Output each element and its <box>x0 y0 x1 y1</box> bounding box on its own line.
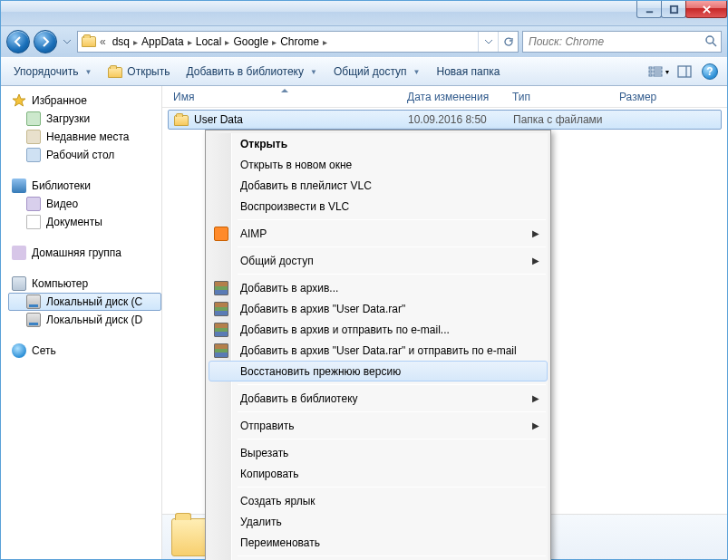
context-menu-item-label: Добавить в плейлист VLC <box>240 179 372 192</box>
chevron-down-icon: ▼ <box>310 68 317 76</box>
maximize-button[interactable] <box>661 1 686 18</box>
folder-icon <box>174 115 189 126</box>
forward-button[interactable] <box>34 30 57 53</box>
help-icon: ? <box>702 63 718 80</box>
sidebar-item-desktop[interactable]: Рабочий стол <box>8 146 161 164</box>
file-row[interactable]: User Data 10.09.2016 8:50 Папка с файлам… <box>168 110 722 130</box>
chevron-right-icon[interactable]: ▸ <box>224 37 230 47</box>
chevron-right-icon[interactable]: ▸ <box>132 37 139 47</box>
context-menu-separator <box>238 411 546 412</box>
context-menu-item[interactable]: Добавить в библиотеку▶ <box>209 388 548 409</box>
network-icon <box>12 343 26 358</box>
breadcrumb-overflow[interactable]: « <box>98 35 110 48</box>
context-menu-item[interactable]: Копировать <box>209 463 548 484</box>
sidebar-group-homegroup[interactable]: Домашняя группа <box>8 244 161 262</box>
submenu-arrow-icon: ▶ <box>532 228 539 238</box>
context-menu-item-label: Отправить <box>240 420 295 432</box>
context-menu-item[interactable]: Добавить в архив "User Data.rar" <box>209 298 548 319</box>
sidebar-item-disk-c[interactable]: Локальный диск (C <box>8 293 161 311</box>
context-menu-item-label: AIMP <box>240 227 267 240</box>
sidebar-group-libraries[interactable]: Библиотеки <box>8 177 161 195</box>
sidebar-item-videos[interactable]: Видео <box>8 195 161 213</box>
submenu-arrow-icon: ▶ <box>532 420 539 430</box>
context-menu-item[interactable]: AIMP▶ <box>209 223 548 244</box>
libraries-group: Библиотеки Видео Документы <box>8 177 161 231</box>
context-menu-item[interactable]: Удалить <box>209 511 548 532</box>
history-dropdown-icon[interactable] <box>61 33 73 51</box>
network-group: Сеть <box>8 342 161 360</box>
computer-group: Компьютер Локальный диск (C Локальный ди… <box>8 275 161 329</box>
rar-icon <box>214 302 228 316</box>
add-to-library-button[interactable]: Добавить в библиотеку▼ <box>179 62 324 82</box>
disk-icon <box>26 294 41 309</box>
submenu-arrow-icon: ▶ <box>532 256 539 266</box>
help-button[interactable]: ? <box>698 61 722 82</box>
context-menu-item[interactable]: Добавить в архив... <box>209 277 548 298</box>
new-folder-button[interactable]: Новая папка <box>429 62 507 82</box>
view-options-button[interactable]: ▼ <box>647 61 671 82</box>
context-menu-item[interactable]: Добавить в архив "User Data.rar" и отпра… <box>209 340 548 361</box>
refresh-button[interactable] <box>498 32 518 52</box>
context-menu-separator <box>238 219 546 220</box>
context-menu-separator <box>238 439 546 439</box>
organize-button[interactable]: Упорядочить▼ <box>6 62 99 82</box>
close-button[interactable] <box>685 1 727 18</box>
search-box[interactable] <box>522 31 722 53</box>
sidebar-group-label: Компьютер <box>32 277 88 290</box>
context-menu-item[interactable]: Восстановить прежнюю версию <box>209 361 548 381</box>
context-menu-item[interactable]: Добавить в архив и отправить по e-mail..… <box>209 319 548 340</box>
context-menu-item-label: Восстановить прежнюю версию <box>240 365 401 378</box>
column-name[interactable]: Имя <box>168 86 402 107</box>
sidebar-item-recent[interactable]: Недавние места <box>8 128 161 146</box>
svg-rect-12 <box>678 66 691 77</box>
context-menu-item[interactable]: Открыть <box>209 133 548 154</box>
context-menu-item[interactable]: Добавить в плейлист VLC <box>209 175 548 196</box>
breadcrumb[interactable]: AppData <box>139 32 187 52</box>
svg-line-5 <box>713 43 716 46</box>
chevron-down-icon: ▼ <box>665 69 671 75</box>
folder-large-icon <box>171 518 209 556</box>
path-dropdown-icon[interactable] <box>478 32 498 52</box>
context-menu-item[interactable]: Открыть в новом окне <box>209 154 548 175</box>
context-menu-item[interactable]: Создать ярлык <box>209 490 548 511</box>
chevron-right-icon[interactable]: ▸ <box>187 37 193 47</box>
sidebar-item-downloads[interactable]: Загрузки <box>8 110 161 128</box>
search-input[interactable] <box>527 34 704 49</box>
breadcrumb[interactable]: Local <box>193 32 225 52</box>
context-menu-item[interactable]: Переименовать <box>209 532 548 553</box>
breadcrumb[interactable]: Chrome <box>277 32 322 52</box>
navbar: « dsq▸ AppData▸ Local▸ Google▸ Chrome▸ <box>1 26 727 57</box>
navigation-pane: Избранное Загрузки Недавние места Рабочи… <box>1 86 162 559</box>
breadcrumb[interactable]: Google <box>230 32 271 52</box>
context-menu-separator <box>238 246 546 247</box>
column-type[interactable]: Тип <box>507 86 614 107</box>
desktop-icon <box>26 148 41 162</box>
context-menu-item-label: Добавить в архив... <box>240 282 338 294</box>
address-bar[interactable]: « dsq▸ AppData▸ Local▸ Google▸ Chrome▸ <box>77 31 519 53</box>
sidebar-group-computer[interactable]: Компьютер <box>8 275 161 293</box>
breadcrumb[interactable]: dsq <box>110 32 132 52</box>
preview-pane-button[interactable] <box>673 61 696 82</box>
chevron-right-icon[interactable]: ▸ <box>322 37 328 47</box>
sidebar-group-network[interactable]: Сеть <box>8 342 161 360</box>
context-menu-item[interactable]: Воспроизвести в VLC <box>209 196 548 217</box>
open-button[interactable]: Открыть <box>101 62 177 82</box>
chevron-down-icon: ▼ <box>84 68 92 76</box>
context-menu-item[interactable]: Отправить▶ <box>209 415 548 436</box>
sidebar-item-documents[interactable]: Документы <box>8 213 161 231</box>
sidebar-item-disk-d[interactable]: Локальный диск (D <box>8 311 161 329</box>
sidebar-group-label: Домашняя группа <box>32 246 121 259</box>
column-size[interactable]: Размер <box>614 86 686 107</box>
context-menu-item[interactable]: Вырезать <box>209 442 548 463</box>
share-button[interactable]: Общий доступ▼ <box>326 62 428 82</box>
chevron-right-icon[interactable]: ▸ <box>271 37 277 47</box>
sidebar-group-favorites[interactable]: Избранное <box>8 92 161 110</box>
minimize-button[interactable] <box>636 1 662 18</box>
column-modified[interactable]: Дата изменения <box>402 86 507 107</box>
back-button[interactable] <box>6 30 30 53</box>
svg-rect-1 <box>670 5 676 12</box>
rar-icon <box>214 343 228 358</box>
svg-rect-7 <box>649 71 652 72</box>
context-menu-item[interactable]: Общий доступ▶ <box>209 250 548 271</box>
sidebar-group-label: Избранное <box>32 94 87 107</box>
